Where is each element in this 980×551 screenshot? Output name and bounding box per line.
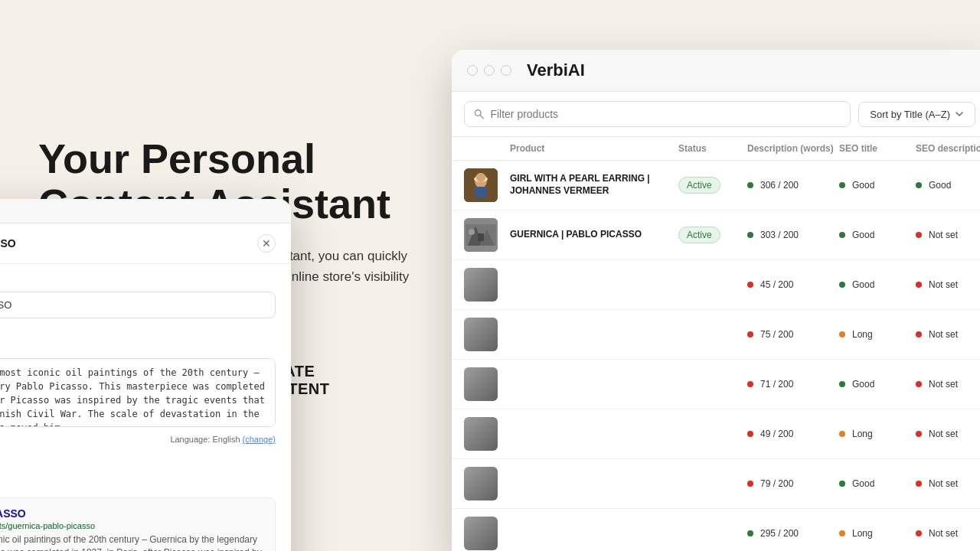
well-done-feedback: Well done! — [0, 321, 276, 332]
seo-desc-val: Not set — [916, 478, 980, 489]
search-icon — [474, 109, 484, 119]
product-thumbnail — [464, 318, 498, 351]
table-row: GIRL WITH A PEARL EARRING | JOHANNES VER… — [452, 161, 980, 210]
table-row: 49 / 200 Long Not set ✏ Edit ⌄ — [452, 409, 980, 459]
product-name: GUERNICA | PABLO PICASSO — [510, 229, 678, 241]
seo-title-val: Long — [839, 329, 916, 340]
desc-words: 303 / 200 — [747, 230, 839, 240]
table-row: GUERNICA | PABLO PICASSO Active 303 / 20… — [452, 210, 980, 260]
product-status: Active — [678, 177, 747, 194]
seo-desc-val: Not set — [916, 528, 980, 539]
seo-title-val: Long — [839, 429, 916, 439]
seo-desc-val: Not set — [916, 230, 980, 240]
window-dot-2 — [484, 65, 495, 76]
language-label: Language: English — [170, 435, 240, 444]
sort-label: Sort by Title (A–Z) — [870, 109, 950, 120]
page-title-input[interactable] — [0, 292, 276, 318]
seo-title-val: Good — [839, 379, 916, 390]
sort-button[interactable]: Sort by Title (A–Z) — [858, 102, 975, 127]
app-titlebar: VerbiAI — [452, 50, 980, 92]
col-thumb — [464, 143, 510, 154]
seo-title-val: Good — [839, 478, 916, 489]
product-name: GIRL WITH A PEARL EARRING | JOHANNES VER… — [510, 173, 678, 197]
svg-point-19 — [476, 173, 485, 182]
status-badge: Active — [678, 177, 720, 194]
svg-rect-25 — [478, 233, 484, 241]
seo-desc-val: Good — [916, 180, 980, 191]
seo-title-val: Good — [839, 180, 916, 191]
suggest-url-row: Suggest a URL handle as well — [0, 452, 276, 471]
col-status: Status — [678, 143, 747, 154]
chevron-down-icon — [955, 109, 964, 119]
language-change-link[interactable]: (change) — [243, 435, 276, 444]
col-seo-title: SEO title — [839, 143, 916, 154]
modal-header: GUERNICA | PABLO PICASSO ✕ — [0, 223, 291, 264]
desc-words: 71 / 200 — [747, 379, 839, 390]
product-thumbnail — [464, 367, 498, 401]
preview-url: https://www.yourstore.com/products/guern… — [0, 521, 266, 530]
product-thumbnail — [464, 517, 498, 550]
search-preview-label: Search results preview: — [0, 481, 276, 491]
desc-words: 295 / 200 — [747, 528, 839, 539]
product-thumbnail — [464, 417, 498, 451]
search-box[interactable] — [464, 101, 851, 127]
modal-title: GUERNICA | PABLO PICASSO — [0, 237, 16, 249]
col-seo-desc: SEO description — [916, 143, 980, 154]
modal-titlebar — [0, 199, 291, 223]
status-badge: Active — [678, 227, 720, 243]
app-toolbar: Sort by Title (A–Z) — [452, 92, 980, 137]
edit-modal: GUERNICA | PABLO PICASSO ✕ Page title: W… — [0, 199, 291, 551]
table-row: 295 / 200 Long Not set ✏ Edit ⌄ — [452, 509, 980, 551]
svg-rect-17 — [475, 187, 487, 197]
table-row: 45 / 200 Good Not set ✏ Edit ⌄ — [452, 260, 980, 310]
app-name: VerbiAI — [527, 60, 585, 80]
product-status: Active — [678, 227, 747, 243]
meta-desc-container: Introducing one of the most iconic oil p… — [0, 358, 276, 430]
meta-desc-label: Meta description: — [0, 343, 276, 354]
search-input[interactable] — [490, 108, 841, 120]
product-thumbnail — [464, 467, 498, 500]
seo-title-val: Long — [839, 528, 916, 539]
window-dots — [467, 65, 511, 76]
seo-title-val: Good — [839, 279, 916, 290]
search-preview: GUERNICA | PABLO PICASSO https://www.you… — [0, 497, 276, 551]
desc-words: 45 / 200 — [747, 279, 839, 290]
meta-footer: 0 / 156 characters Language: English (ch… — [0, 435, 276, 444]
table-row: 71 / 200 Good Not set ✏ Edit ⌄ — [452, 360, 980, 409]
col-desc: Description (words) — [747, 143, 839, 154]
language-info: Language: English (change) — [170, 435, 276, 444]
preview-title: GUERNICA | PABLO PICASSO — [0, 507, 266, 520]
seo-desc-val: Not set — [916, 329, 980, 340]
modal-close-button[interactable]: ✕ — [257, 234, 276, 253]
modal-body: Page title: Well done! Meta description:… — [0, 264, 291, 551]
seo-desc-val: Not set — [916, 279, 980, 290]
seo-title-val: Good — [839, 230, 916, 240]
product-thumbnail — [464, 218, 498, 252]
seo-desc-val: Not set — [916, 379, 980, 390]
table-header: Product Status Description (words) SEO t… — [452, 137, 980, 161]
page-title-label: Page title: — [0, 276, 276, 287]
window-dot-1 — [467, 65, 478, 76]
meta-desc-textarea[interactable]: Introducing one of the most iconic oil p… — [0, 358, 276, 427]
window-dot-3 — [501, 65, 511, 76]
table-row: 79 / 200 Good Not set ✏ Edit ⌄ — [452, 459, 980, 509]
svg-point-24 — [469, 229, 475, 235]
svg-line-14 — [480, 115, 483, 118]
app-window: VerbiAI Sort by Title (A–Z) Product Stat… — [452, 50, 980, 551]
col-product: Product — [510, 143, 678, 154]
desc-words: 49 / 200 — [747, 429, 839, 439]
preview-desc: Introducing one of the most iconic oil p… — [0, 533, 266, 551]
desc-words: 306 / 200 — [747, 180, 839, 191]
desc-words: 75 / 200 — [747, 329, 839, 340]
table-row: 75 / 200 Long Not set ✏ Edit ⌄ — [452, 310, 980, 360]
product-thumbnail — [464, 268, 498, 302]
product-thumbnail — [464, 168, 498, 202]
desc-words: 79 / 200 — [747, 478, 839, 489]
seo-desc-val: Not set — [916, 429, 980, 439]
